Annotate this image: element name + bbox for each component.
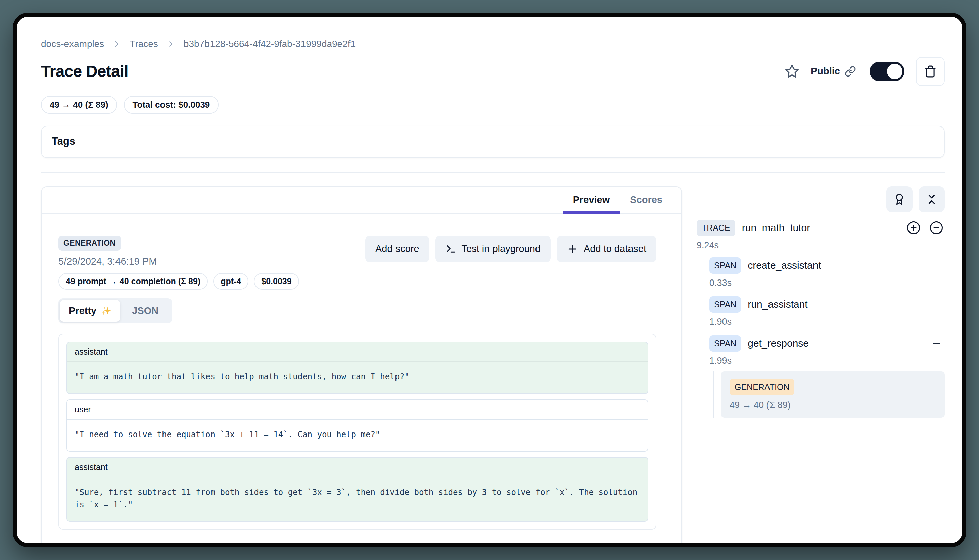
circle-minus-icon[interactable] — [929, 221, 944, 235]
breadcrumb-traces[interactable]: Traces — [130, 38, 158, 50]
star-icon[interactable] — [785, 64, 799, 79]
message-user: user "I need to solve the equation `3x +… — [67, 399, 648, 452]
message-role: user — [67, 400, 648, 420]
plus-icon — [567, 243, 578, 255]
generation-usage: 49 → 40 (Σ 89) — [730, 400, 936, 410]
sparkles-icon — [100, 305, 111, 316]
span-node-get-response[interactable]: SPAN get_response 1.99s GENERATION 49 → … — [709, 335, 945, 418]
observation-badges: 49 prompt → 40 completion (Σ 89) gpt-4 $… — [58, 273, 299, 290]
pretty-view-button[interactable]: Pretty — [60, 300, 120, 322]
message-content: "I need to solve the equation `3x + 11 =… — [67, 420, 648, 451]
trace-children: SPAN create_assistant 0.33s SPAN run_ass… — [701, 257, 945, 418]
test-in-playground-label: Test in playground — [462, 243, 541, 254]
trace-type-badge: TRACE — [697, 220, 735, 236]
observation-header: GENERATION 5/29/2024, 3:46:19 PM 49 prom… — [58, 235, 657, 290]
cost-badge: $0.0039 — [254, 273, 299, 290]
observation-meta: GENERATION 5/29/2024, 3:46:19 PM 49 prom… — [58, 235, 299, 290]
public-link-control: Public — [811, 66, 856, 77]
award-icon — [894, 193, 905, 205]
tags-title: Tags — [52, 135, 934, 147]
generation-node-selected[interactable]: GENERATION 49 → 40 (Σ 89) — [721, 372, 945, 418]
observation-actions: Add score Test in playground Add to dat — [365, 235, 657, 262]
prompt-completion-badge: 49 prompt → 40 completion (Σ 89) — [58, 273, 208, 290]
message-role: assistant — [67, 342, 648, 362]
public-label: Public — [811, 66, 840, 77]
minus-icon[interactable] — [931, 338, 941, 348]
trace-name: run_math_tutor — [742, 222, 810, 233]
observation-panel: Preview Scores GENERATION 5/29/2024, 3:4… — [41, 186, 682, 547]
message-content: "I am a math tutor that likes to help ma… — [67, 362, 648, 393]
messages-container: assistant "I am a math tutor that likes … — [58, 333, 657, 530]
observation-type-badge: GENERATION — [58, 235, 121, 251]
trace-tree: TRACE run_math_tutor 9.24s SPAN — [697, 186, 945, 426]
add-to-dataset-label: Add to dataset — [583, 243, 646, 254]
chevrons-down-up-icon — [926, 193, 938, 205]
span-duration: 1.99s — [709, 356, 945, 366]
observation-timestamp: 5/29/2024, 3:46:19 PM — [58, 256, 299, 267]
span-node-create-assistant[interactable]: SPAN create_assistant 0.33s — [709, 257, 945, 288]
app-window: docs-examples Traces b3b7b128-5664-4f42-… — [13, 13, 966, 547]
add-to-dataset-button[interactable]: Add to dataset — [556, 235, 657, 262]
span-children: GENERATION 49 → 40 (Σ 89) — [713, 372, 945, 418]
token-usage-badge: 49 → 40 (Σ 89) — [41, 96, 117, 114]
span-name: run_assistant — [748, 298, 807, 310]
toggle-knob — [887, 64, 902, 79]
model-badge: gpt-4 — [213, 273, 249, 290]
span-type-badge: SPAN — [709, 296, 741, 313]
add-score-button[interactable]: Add score — [365, 235, 429, 262]
span-name: get_response — [748, 338, 809, 349]
delete-trace-button[interactable] — [916, 57, 945, 86]
tab-preview[interactable]: Preview — [563, 187, 620, 213]
span-duration: 1.90s — [709, 317, 945, 327]
tags-section[interactable]: Tags — [41, 126, 945, 158]
trace-duration: 9.24s — [697, 240, 945, 251]
test-in-playground-button[interactable]: Test in playground — [436, 235, 551, 262]
span-node-run-assistant[interactable]: SPAN run_assistant 1.90s — [709, 296, 945, 327]
chevron-right-icon — [166, 39, 175, 48]
page-title: Trace Detail — [41, 62, 128, 80]
tree-expand-controls — [907, 221, 944, 235]
main-content: Preview Scores GENERATION 5/29/2024, 3:4… — [41, 186, 945, 547]
breadcrumb-trace-id: b3b7b128-5664-4f42-9fab-31999da9e2f1 — [184, 38, 356, 50]
collapse-all-button[interactable] — [919, 186, 945, 212]
tree-controls — [697, 186, 945, 212]
trace-summary-badges: 49 → 40 (Σ 89) Total cost: $0.0039 — [41, 96, 945, 114]
breadcrumb: docs-examples Traces b3b7b128-5664-4f42-… — [41, 38, 945, 50]
header-controls: Public — [785, 57, 945, 86]
generation-type-badge: GENERATION — [730, 379, 794, 395]
annotate-button[interactable] — [886, 186, 912, 212]
pretty-view-label: Pretty — [69, 305, 96, 317]
message-assistant: assistant "I am a math tutor that likes … — [67, 342, 648, 394]
span-duration: 0.33s — [709, 278, 945, 288]
tab-scores[interactable]: Scores — [620, 187, 672, 213]
chevron-right-icon — [112, 39, 122, 48]
panel-content: GENERATION 5/29/2024, 3:46:19 PM 49 prom… — [42, 214, 681, 547]
message-content: "Sure, first subtract 11 from both sides… — [67, 477, 648, 521]
json-view-button[interactable]: JSON — [120, 300, 170, 322]
message-assistant: assistant "Sure, first subtract 11 from … — [67, 457, 648, 522]
link-icon[interactable] — [845, 66, 856, 77]
trace-node[interactable]: TRACE run_math_tutor — [697, 220, 945, 236]
terminal-icon — [446, 243, 456, 254]
span-name: create_assistant — [748, 260, 821, 271]
page-header: Trace Detail Public — [41, 57, 945, 86]
view-switch: Pretty JSON — [58, 298, 172, 323]
section-divider — [41, 172, 945, 173]
circle-plus-icon[interactable] — [907, 221, 921, 235]
message-role: assistant — [67, 458, 648, 477]
panel-tab-bar: Preview Scores — [42, 187, 681, 214]
public-toggle[interactable] — [870, 62, 904, 81]
total-cost-badge: Total cost: $0.0039 — [124, 96, 219, 114]
span-type-badge: SPAN — [709, 257, 741, 274]
breadcrumb-project[interactable]: docs-examples — [41, 38, 104, 50]
span-type-badge: SPAN — [709, 335, 741, 352]
